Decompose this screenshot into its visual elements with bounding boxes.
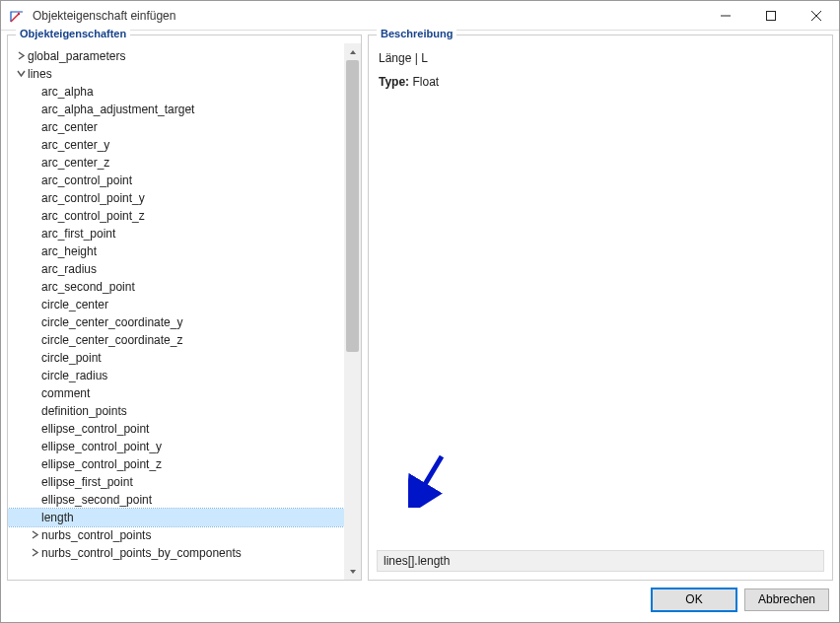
chevron-right-icon[interactable]: [28, 548, 41, 559]
minimize-button[interactable]: [703, 1, 748, 31]
tree-item-label: arc_height: [41, 244, 97, 258]
description-type: Type: Float: [379, 75, 822, 89]
tree-item-label: ellipse_control_point_y: [41, 440, 162, 453]
chevron-right-icon[interactable]: [14, 51, 28, 62]
tree-item[interactable]: comment: [8, 384, 344, 402]
scroll-thumb[interactable]: [346, 60, 359, 352]
tree-item[interactable]: arc_height: [8, 242, 344, 260]
tree-item[interactable]: arc_first_point: [8, 225, 344, 242]
tree-item-label: arc_control_point_y: [41, 191, 145, 205]
dialog-footer: OK Abbrechen: [1, 581, 839, 618]
close-button[interactable]: [794, 1, 839, 31]
tree-item[interactable]: arc_center_z: [8, 154, 344, 172]
svg-point-0: [18, 12, 20, 14]
maximize-button[interactable]: [748, 1, 794, 31]
tree-item-label: ellipse_control_point: [41, 422, 149, 436]
tree-item[interactable]: nurbs_control_points_by_components: [8, 544, 344, 562]
tree-item[interactable]: nurbs_control_points: [8, 526, 344, 544]
scroll-down-icon[interactable]: [344, 563, 361, 580]
tree-item[interactable]: circle_center: [8, 296, 344, 313]
scroll-up-icon[interactable]: [344, 43, 361, 60]
titlebar: Objekteigenschaft einfügen: [1, 1, 839, 31]
property-path-field[interactable]: lines[].length: [377, 550, 824, 572]
tree-item[interactable]: arc_second_point: [8, 278, 344, 296]
tree-item-label: arc_center: [41, 120, 98, 134]
tree-item-label: arc_alpha: [41, 85, 94, 99]
tree-item-label: definition_points: [41, 404, 127, 418]
tree-item[interactable]: definition_points: [8, 402, 344, 420]
type-value: Float: [412, 75, 439, 89]
tree-item[interactable]: ellipse_control_point: [8, 420, 344, 438]
tree-item[interactable]: arc_control_point_z: [8, 207, 344, 225]
description-panel-title: Beschreibung: [377, 28, 456, 39]
tree-item[interactable]: arc_control_point_y: [8, 189, 344, 207]
tree-item-label: ellipse_second_point: [41, 493, 152, 507]
tree-item-label: ellipse_control_point_z: [41, 457, 162, 471]
tree-item[interactable]: arc_radius: [8, 260, 344, 278]
type-label: Type:: [379, 75, 409, 89]
tree-item[interactable]: arc_control_point: [8, 172, 344, 189]
tree-item-label: circle_center: [41, 298, 108, 312]
tree-item-label: nurbs_control_points_by_components: [41, 546, 242, 560]
tree-item[interactable]: ellipse_first_point: [8, 473, 344, 491]
tree-item-label: circle_radius: [41, 369, 107, 382]
tree-item-label: arc_control_point_z: [41, 209, 145, 223]
chevron-down-icon[interactable]: [14, 69, 28, 80]
tree-item[interactable]: circle_center_coordinate_z: [8, 331, 344, 349]
description-text: Länge | L: [379, 51, 822, 65]
tree-item[interactable]: ellipse_second_point: [8, 491, 344, 509]
chevron-right-icon[interactable]: [28, 530, 41, 541]
tree-item[interactable]: arc_alpha: [8, 83, 344, 101]
svg-line-2: [418, 456, 442, 496]
tree-item[interactable]: arc_center: [8, 118, 344, 136]
tree-item[interactable]: lines: [8, 65, 344, 83]
properties-panel: Objekteigenschaften global_parameterslin…: [7, 35, 362, 581]
tree-item-label: global_parameters: [28, 49, 125, 63]
tree-item[interactable]: arc_center_y: [8, 136, 344, 154]
tree-item-label: arc_first_point: [41, 227, 115, 241]
description-panel: Beschreibung Länge | L Type: Float: [368, 35, 833, 581]
annotation-arrow-icon: [408, 452, 450, 511]
dialog-content: Objekteigenschaften global_parameterslin…: [1, 31, 839, 581]
tree-item[interactable]: circle_center_coordinate_y: [8, 313, 344, 331]
tree-item-label: arc_center_z: [41, 156, 109, 170]
tree-item-label: circle_point: [41, 351, 102, 365]
tree-item[interactable]: arc_alpha_adjustment_target: [8, 101, 344, 118]
tree-item-label: ellipse_first_point: [41, 475, 133, 489]
tree-item-label: arc_radius: [41, 262, 97, 276]
tree-item[interactable]: circle_point: [8, 349, 344, 367]
svg-rect-1: [767, 11, 776, 20]
tree-item-label: arc_control_point: [41, 173, 132, 187]
tree-item[interactable]: ellipse_control_point_z: [8, 455, 344, 473]
tree-item-label: circle_center_coordinate_z: [41, 333, 182, 347]
window-title: Objekteigenschaft einfügen: [33, 9, 175, 23]
tree-item[interactable]: ellipse_control_point_y: [8, 438, 344, 455]
tree-item-label: circle_center_coordinate_y: [41, 315, 182, 329]
tree-item-label: lines: [28, 67, 52, 81]
tree-item[interactable]: circle_radius: [8, 367, 344, 384]
properties-panel-title: Objekteigenschaften: [16, 28, 130, 39]
tree-item-label: arc_second_point: [41, 280, 135, 294]
cancel-button[interactable]: Abbrechen: [744, 588, 829, 611]
scroll-track[interactable]: [344, 60, 361, 563]
tree-item-label: arc_alpha_adjustment_target: [41, 103, 194, 116]
tree-item-label: comment: [41, 386, 90, 400]
tree-scrollbar[interactable]: [344, 43, 361, 580]
tree-item-label: nurbs_control_points: [41, 528, 151, 542]
app-icon: [9, 8, 25, 24]
tree-item-label: length: [41, 511, 74, 524]
properties-tree[interactable]: global_parameterslinesarc_alphaarc_alpha…: [8, 43, 344, 580]
tree-item[interactable]: length: [8, 509, 344, 526]
ok-button[interactable]: OK: [652, 588, 736, 611]
tree-item[interactable]: global_parameters: [8, 47, 344, 65]
tree-item-label: arc_center_y: [41, 138, 109, 152]
